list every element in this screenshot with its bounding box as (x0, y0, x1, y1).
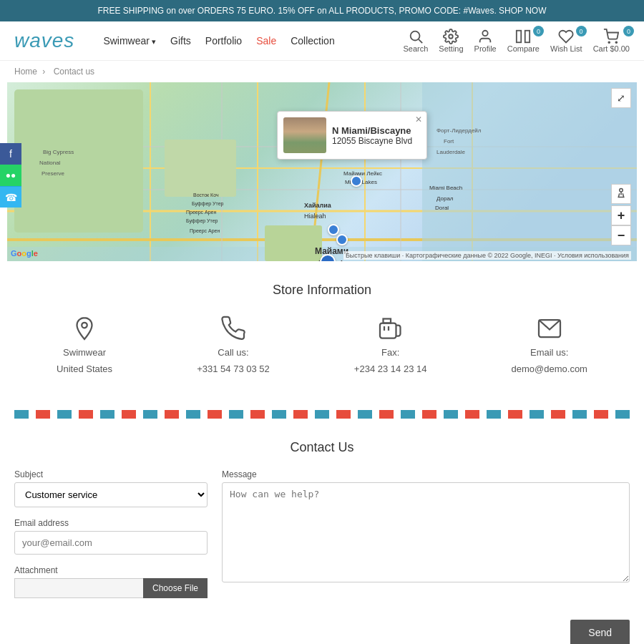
store-fax-label: Fax: (381, 347, 399, 358)
svg-point-45 (620, 189, 623, 192)
street-view-button[interactable] (611, 184, 631, 204)
svg-text:National: National (39, 160, 61, 166)
map-popup-close[interactable]: ✕ (415, 114, 422, 125)
breadcrumb-current: Contact us (54, 67, 94, 77)
store-phone-label: Call us: (218, 347, 248, 358)
svg-text:Восток Коч: Восток Коч (193, 192, 219, 197)
search-button[interactable]: Search (403, 29, 428, 53)
breadcrumb: Home › Contact us (0, 61, 644, 82)
map-popup-address: 12055 Biscayne Blvd (332, 136, 412, 146)
setting-button[interactable]: Setting (439, 29, 463, 53)
logo[interactable]: waves (14, 29, 74, 52)
store-email-address: demo@demo.com (512, 364, 587, 374)
phone-call-icon: ☎ (5, 192, 17, 203)
svg-point-2 (449, 34, 454, 39)
map-pin-2[interactable] (328, 224, 339, 235)
svg-rect-20 (422, 82, 637, 261)
svg-text:Big Cypress: Big Cypress (43, 149, 74, 155)
email-group: Email address (14, 518, 208, 555)
map-popup-info: N Miami/Biscayne 12055 Biscayne Blvd (332, 125, 412, 146)
nav-swimwear[interactable]: Swimwear (103, 35, 156, 47)
map-pin-1[interactable] (351, 175, 362, 187)
location-icon (72, 316, 97, 341)
svg-rect-4 (517, 31, 521, 43)
svg-rect-22 (14, 89, 143, 233)
wishlist-label: Wish List (550, 44, 582, 53)
map-roads-svg: Big Cypress National Preserve Хайалиа Hi… (7, 82, 637, 261)
contact-form: Subject Customer serviceTechnical suppor… (14, 469, 630, 609)
svg-rect-23 (165, 140, 236, 197)
svg-text:Преерс Арен: Преерс Арен (186, 210, 217, 215)
store-email-label: Email us: (530, 347, 568, 358)
svg-point-7 (616, 42, 618, 43)
search-icon (408, 29, 424, 44)
cart-label: Cart $0.00 (593, 44, 630, 53)
compare-button[interactable]: 0 Compare (507, 29, 540, 53)
map-zoom-in-button[interactable]: + (611, 205, 631, 225)
profile-icon (477, 29, 493, 44)
svg-point-0 (411, 31, 420, 41)
store-location-name: Swimwear (63, 347, 106, 358)
header: waves Swimwear Gifts Portfolio Sale Coll… (0, 21, 644, 61)
svg-text:Форт-Лидердейл: Форт-Лидердейл (436, 127, 482, 134)
compare-label: Compare (507, 44, 540, 53)
email-input[interactable] (14, 531, 208, 555)
svg-text:Буффер Утер: Буффер Утер (192, 201, 224, 207)
map-zoom-out-button[interactable]: − (611, 225, 631, 245)
svg-text:Lauderdale: Lauderdale (436, 149, 466, 155)
choose-file-button[interactable]: Choose File (143, 578, 208, 598)
store-info-grid: Swimwear United States Call us: +331 54 … (14, 316, 630, 374)
nav-sale[interactable]: Sale (256, 35, 276, 47)
profile-button[interactable]: Profile (474, 29, 497, 53)
setting-label: Setting (439, 44, 463, 53)
svg-point-3 (482, 31, 487, 36)
store-info-section: Store Information Swimwear United States… (0, 261, 644, 403)
svg-text:Преерс Арен: Преерс Арен (190, 228, 220, 234)
cart-icon (603, 29, 619, 44)
message-label: Message (222, 469, 630, 479)
file-display (14, 578, 143, 598)
cart-button[interactable]: 0 Cart $0.00 (593, 29, 630, 53)
svg-text:Hialeah: Hialeah (304, 213, 326, 220)
store-location: Swimwear United States (57, 316, 112, 374)
phone-call-button[interactable]: ☎ (0, 186, 21, 208)
store-fax: Fax: +234 23 14 23 14 (354, 316, 427, 374)
header-icons: Search Setting Profile 0 Compare 0 Wish … (403, 29, 630, 53)
contact-right-col: Message (222, 469, 630, 609)
svg-text:Preserve: Preserve (42, 170, 65, 177)
main-nav: Swimwear Gifts Portfolio Sale Collection (103, 35, 403, 47)
breadcrumb-home[interactable]: Home (14, 67, 37, 77)
compare-icon (515, 29, 531, 44)
nav-collection[interactable]: Collection (291, 35, 334, 47)
wishlist-button[interactable]: 0 Wish List (550, 29, 582, 53)
svg-point-46 (82, 323, 87, 328)
svg-text:Дорал: Дорал (436, 195, 454, 202)
map-pin-3[interactable] (336, 234, 348, 245)
facebook-button[interactable]: f (0, 143, 21, 165)
svg-rect-48 (383, 319, 391, 323)
nav-gifts[interactable]: Gifts (170, 35, 191, 47)
nav-portfolio[interactable]: Portfolio (205, 35, 242, 47)
email-label: Email address (14, 518, 208, 528)
top-banner: FREE SHIPPING on over ORDERS 75 EURO. 15… (0, 0, 644, 21)
message-textarea[interactable] (222, 482, 630, 582)
map[interactable]: Big Cypress National Preserve Хайалиа Hi… (7, 82, 637, 261)
subject-select[interactable]: Customer serviceTechnical supportSalesOt… (14, 482, 208, 507)
store-fax-number: +234 23 14 23 14 (354, 364, 427, 374)
whatsapp-button[interactable]: ●● (0, 165, 21, 186)
file-input-row: Choose File (14, 578, 208, 598)
map-popup-title: N Miami/Biscayne (332, 125, 412, 136)
cart-badge: 0 (623, 26, 634, 36)
svg-text:Хайалиа: Хайалиа (304, 202, 332, 209)
social-sidebar: f ●● ☎ (0, 143, 21, 208)
store-phone: Call us: +331 54 73 03 52 (197, 316, 270, 374)
map-fullscreen-button[interactable]: ⤢ (611, 88, 631, 108)
attachment-label: Attachment (14, 565, 208, 575)
send-btn-container: Send (14, 620, 630, 644)
map-attribution: Быстрые клавиши · Картографические данны… (343, 251, 631, 260)
compare-badge: 0 (533, 26, 544, 36)
map-background: Big Cypress National Preserve Хайалиа Hi… (7, 82, 637, 261)
map-popup-image (283, 117, 326, 153)
send-button[interactable]: Send (570, 620, 630, 644)
banner-text: FREE SHIPPING on over ORDERS 75 EURO. 15… (97, 6, 546, 16)
